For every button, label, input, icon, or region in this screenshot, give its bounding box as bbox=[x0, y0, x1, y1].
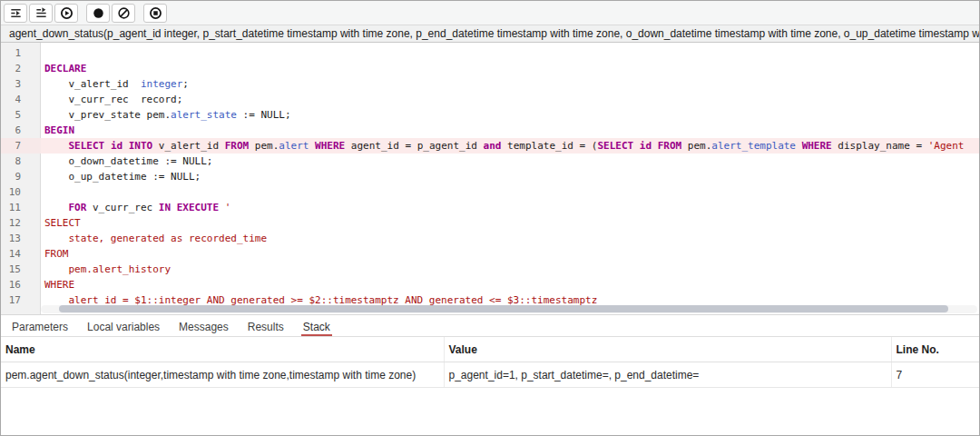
step-over-button[interactable] bbox=[29, 4, 53, 23]
line-number[interactable]: 7 bbox=[1, 138, 41, 154]
tab-messages[interactable]: Messages bbox=[177, 316, 230, 336]
code-text[interactable]: v_curr_rec record; bbox=[41, 92, 979, 107]
frame-name-cell: pem.agent_down_status(integer,timestamp … bbox=[1, 362, 444, 388]
line-number[interactable]: 2 bbox=[1, 61, 41, 76]
horizontal-scrollbar-track[interactable] bbox=[41, 305, 977, 313]
stack-table: NameValueLine No. pem.agent_down_status(… bbox=[1, 337, 979, 388]
code-line-2: 2DECLARE bbox=[1, 61, 979, 76]
stack-frame-row[interactable]: pem.agent_down_status(integer,timestamp … bbox=[1, 362, 979, 388]
column-header-value: Value bbox=[444, 337, 891, 362]
clear-all-breakpoints-icon bbox=[117, 6, 131, 20]
debugger-toolbar bbox=[1, 1, 979, 25]
code-line-13: 13 state, generated as recorded_time bbox=[1, 231, 979, 246]
code-line-10: 10 bbox=[1, 184, 979, 200]
line-number[interactable]: 4 bbox=[1, 92, 41, 107]
frame-line-cell: 7 bbox=[891, 362, 979, 388]
tab-local-variables[interactable]: Local variables bbox=[85, 316, 162, 336]
line-number[interactable]: 6 bbox=[1, 123, 41, 138]
continue-icon bbox=[60, 6, 74, 20]
line-number[interactable]: 14 bbox=[1, 246, 41, 262]
line-number[interactable]: 1 bbox=[1, 45, 41, 61]
function-signature: agent_down_status(p_agent_id integer, p_… bbox=[1, 25, 979, 43]
step-into-button[interactable] bbox=[4, 4, 27, 23]
code-text[interactable]: WHERE bbox=[41, 277, 979, 292]
code-text[interactable]: pem.alert_history bbox=[41, 262, 979, 277]
debugger-window: agent_down_status(p_agent_id integer, p_… bbox=[0, 0, 980, 436]
code-line-16: 16WHERE bbox=[1, 277, 979, 292]
clear-all-breakpoints-button[interactable] bbox=[112, 4, 135, 23]
tab-stack[interactable]: Stack bbox=[301, 316, 332, 336]
horizontal-scrollbar-thumb[interactable] bbox=[59, 305, 948, 312]
code-line-14: 14FROM bbox=[1, 246, 979, 262]
code-lines: 12DECLARE3 v_alert_id integer;4 v_curr_r… bbox=[1, 45, 979, 308]
code-text[interactable]: FROM bbox=[41, 246, 979, 262]
code-line-8: 8 o_down_datetime := NULL; bbox=[1, 154, 979, 169]
step-over-icon bbox=[34, 6, 48, 20]
code-line-15: 15 pem.alert_history bbox=[1, 262, 979, 277]
code-text[interactable]: v_prev_state pem.alert_state := NULL; bbox=[41, 107, 979, 123]
code-line-6: 6BEGIN bbox=[1, 123, 979, 138]
code-text[interactable]: v_alert_id integer; bbox=[41, 76, 979, 92]
line-number[interactable]: 8 bbox=[1, 154, 41, 169]
line-number[interactable]: 9 bbox=[1, 169, 41, 184]
code-text[interactable]: o_up_datetime := NULL; bbox=[41, 169, 979, 184]
stop-icon bbox=[149, 6, 162, 20]
code-text[interactable]: o_down_datetime := NULL; bbox=[41, 154, 979, 169]
line-number[interactable]: 5 bbox=[1, 107, 41, 123]
code-editor[interactable]: 12DECLARE3 v_alert_id integer;4 v_curr_r… bbox=[1, 43, 979, 314]
code-line-5: 5 v_prev_state pem.alert_state := NULL; bbox=[1, 107, 979, 123]
code-text[interactable]: FOR v_curr_rec IN EXECUTE ' bbox=[41, 200, 979, 215]
code-text[interactable] bbox=[41, 45, 979, 61]
toggle-breakpoint-button[interactable] bbox=[86, 4, 110, 23]
tab-parameters[interactable]: Parameters bbox=[10, 316, 70, 336]
line-number[interactable]: 3 bbox=[1, 76, 41, 92]
code-line-9: 9 o_up_datetime := NULL; bbox=[1, 169, 979, 184]
line-number[interactable]: 11 bbox=[1, 200, 41, 215]
line-number[interactable]: 10 bbox=[1, 184, 41, 200]
stop-button[interactable] bbox=[143, 4, 167, 23]
code-line-1: 1 bbox=[1, 45, 979, 61]
code-line-4: 4 v_curr_rec record; bbox=[1, 92, 979, 107]
frame-value-cell: p_agent_id=1, p_start_datetime=, p_end_d… bbox=[444, 362, 891, 388]
column-header-line-no-: Line No. bbox=[891, 337, 979, 362]
stack-table-header-row: NameValueLine No. bbox=[1, 337, 979, 362]
line-number[interactable]: 12 bbox=[1, 215, 41, 231]
tab-results[interactable]: Results bbox=[246, 316, 286, 336]
code-line-7: 7 SELECT id INTO v_alert_id FROM pem.ale… bbox=[1, 138, 979, 154]
code-text[interactable]: SELECT bbox=[41, 215, 979, 231]
code-text[interactable]: BEGIN bbox=[41, 123, 979, 138]
bottom-panel-tabs: ParametersLocal variablesMessagesResults… bbox=[1, 314, 979, 337]
line-number[interactable]: 17 bbox=[1, 292, 41, 308]
code-line-12: 12SELECT bbox=[1, 215, 979, 231]
code-text[interactable]: DECLARE bbox=[41, 61, 979, 76]
code-text[interactable]: SELECT id INTO v_alert_id FROM pem.alert… bbox=[41, 138, 979, 154]
line-number[interactable]: 13 bbox=[1, 231, 41, 246]
step-into-icon bbox=[9, 6, 23, 20]
continue-button[interactable] bbox=[54, 4, 78, 23]
line-number[interactable]: 16 bbox=[1, 277, 41, 292]
line-number[interactable]: 15 bbox=[1, 262, 41, 277]
code-line-3: 3 v_alert_id integer; bbox=[1, 76, 979, 92]
code-text[interactable]: state, generated as recorded_time bbox=[41, 231, 979, 246]
code-line-11: 11 FOR v_curr_rec IN EXECUTE ' bbox=[1, 200, 979, 215]
code-text[interactable] bbox=[41, 184, 979, 200]
toggle-breakpoint-icon bbox=[92, 6, 105, 20]
column-header-name: Name bbox=[1, 337, 444, 362]
